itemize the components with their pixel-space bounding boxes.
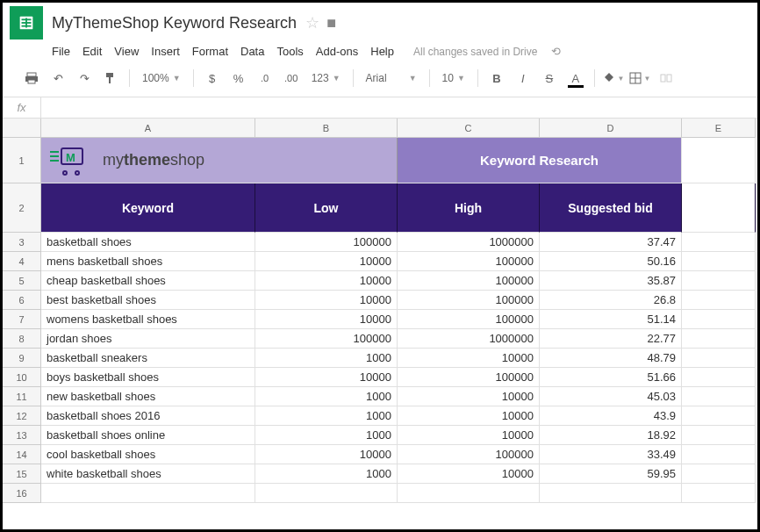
row-header[interactable]: 9 (3, 349, 41, 368)
cell-low[interactable]: 100000 (255, 233, 398, 252)
row-header-16[interactable]: 16 (3, 484, 41, 503)
row-header[interactable]: 10 (3, 368, 41, 387)
document-title[interactable]: MyThemeShop Keyword Research (52, 14, 297, 32)
cell-high[interactable]: 100000 (398, 291, 540, 310)
cell-bid[interactable]: 37.47 (540, 233, 682, 252)
cell-b16[interactable] (255, 484, 398, 503)
cell-bid[interactable]: 48.79 (540, 349, 682, 368)
cell-empty[interactable] (682, 464, 756, 484)
cell-d16[interactable] (540, 484, 682, 503)
row-header[interactable]: 3 (3, 233, 41, 252)
row-header[interactable]: 15 (3, 464, 41, 484)
font-size-selector[interactable]: 10▼ (437, 72, 470, 84)
cell-bid[interactable]: 51.14 (540, 310, 682, 329)
cell-keyword[interactable]: cheap basketball shoes (41, 271, 255, 291)
menu-file[interactable]: File (52, 45, 70, 58)
row-header[interactable]: 7 (3, 310, 41, 329)
cell-bid[interactable]: 22.77 (540, 329, 682, 349)
paint-format-button[interactable] (99, 67, 122, 90)
cell-low[interactable]: 10000 (255, 310, 398, 329)
row-header[interactable]: 13 (3, 426, 41, 445)
cell-low[interactable]: 1000 (255, 387, 398, 406)
cell-empty[interactable] (682, 310, 756, 329)
cell-empty[interactable] (682, 426, 756, 445)
cell-keyword[interactable]: boys basketball shoes (41, 368, 255, 387)
cell-bid[interactable]: 43.9 (540, 406, 682, 426)
borders-button[interactable]: ▼ (628, 67, 651, 90)
cell-low[interactable]: 1000 (255, 464, 398, 484)
cell-empty[interactable] (682, 291, 756, 310)
cell-low[interactable]: 10000 (255, 368, 398, 387)
cell-bid[interactable]: 59.95 (540, 464, 682, 484)
italic-button[interactable]: I (512, 67, 534, 90)
cell-bid[interactable]: 33.49 (540, 445, 682, 464)
cell-bid[interactable]: 51.66 (540, 368, 682, 387)
header-suggested-bid[interactable]: Suggested bid (540, 183, 682, 233)
header-high[interactable]: High (398, 183, 540, 233)
cell-keyword[interactable]: jordan shoes (41, 329, 255, 349)
header-keyword[interactable]: Keyword (41, 183, 255, 233)
text-color-button[interactable]: A (564, 67, 587, 90)
cell-low[interactable]: 1000 (255, 406, 398, 426)
sheets-app-icon[interactable] (10, 6, 43, 40)
cell-low[interactable]: 10000 (255, 445, 398, 464)
merge-cells-button[interactable] (655, 67, 678, 90)
cell-high[interactable]: 100000 (398, 368, 540, 387)
cell-high[interactable]: 100000 (398, 310, 540, 329)
cell-high[interactable]: 1000000 (398, 233, 540, 252)
row-header[interactable]: 14 (3, 445, 41, 464)
row-header[interactable]: 12 (3, 406, 41, 426)
print-button[interactable] (20, 67, 43, 90)
cell-keyword[interactable]: womens basketball shoes (41, 310, 255, 329)
cell-keyword[interactable]: basketball sneakers (41, 349, 255, 368)
col-header-b[interactable]: B (255, 119, 398, 138)
cell-bid[interactable]: 26.8 (540, 291, 682, 310)
cell-high[interactable]: 100000 (398, 252, 540, 271)
cell-high[interactable]: 100000 (398, 445, 540, 464)
row-header-1[interactable]: 1 (3, 138, 41, 183)
row-header-2[interactable]: 2 (3, 183, 41, 233)
cell-e16[interactable] (682, 484, 756, 503)
cell-high[interactable]: 10000 (398, 349, 540, 368)
cell-keyword[interactable]: white basketball shoes (41, 464, 255, 484)
cell-a16[interactable] (41, 484, 255, 503)
menu-tools[interactable]: Tools (276, 45, 303, 58)
menu-data[interactable]: Data (240, 45, 264, 58)
cell-bid[interactable]: 45.03 (540, 387, 682, 406)
cell-keyword[interactable]: new basketball shoes (41, 387, 255, 406)
cell-low[interactable]: 1000 (255, 426, 398, 445)
header-low[interactable]: Low (255, 183, 398, 233)
cell-empty[interactable] (682, 368, 756, 387)
cell-low[interactable]: 10000 (255, 271, 398, 291)
cell-high[interactable]: 10000 (398, 464, 540, 484)
cell-bid[interactable]: 18.92 (540, 426, 682, 445)
strikethrough-button[interactable]: S (538, 67, 561, 90)
cell-c16[interactable] (398, 484, 540, 503)
select-all-corner[interactable] (3, 119, 41, 138)
cell-high[interactable]: 100000 (398, 271, 540, 291)
zoom-selector[interactable]: 100%▼ (137, 72, 186, 84)
cell-empty[interactable] (682, 329, 756, 349)
title-cell[interactable]: Keyword Research (398, 138, 682, 183)
cell-bid[interactable]: 35.87 (540, 271, 682, 291)
col-header-c[interactable]: C (398, 119, 540, 138)
bold-button[interactable]: B (485, 67, 508, 90)
redo-button[interactable]: ↷ (73, 67, 96, 90)
cell-e2[interactable] (682, 183, 756, 233)
row-header[interactable]: 6 (3, 291, 41, 310)
menu-addons[interactable]: Add-ons (316, 45, 358, 58)
formula-input[interactable] (41, 97, 757, 118)
font-selector[interactable]: Arial▼ (361, 72, 422, 84)
cell-empty[interactable] (682, 271, 756, 291)
menu-format[interactable]: Format (192, 45, 228, 58)
cell-keyword[interactable]: basketball shoes 2016 (41, 406, 255, 426)
star-icon[interactable]: ☆ (305, 13, 319, 32)
cell-low[interactable]: 100000 (255, 329, 398, 349)
increase-decimal-button[interactable]: .00 (280, 67, 303, 90)
cell-empty[interactable] (682, 445, 756, 464)
menu-help[interactable]: Help (370, 45, 394, 58)
cell-high[interactable]: 10000 (398, 426, 540, 445)
number-format-selector[interactable]: 123▼ (306, 72, 346, 84)
cell-low[interactable]: 1000 (255, 349, 398, 368)
menu-insert[interactable]: Insert (151, 45, 180, 58)
